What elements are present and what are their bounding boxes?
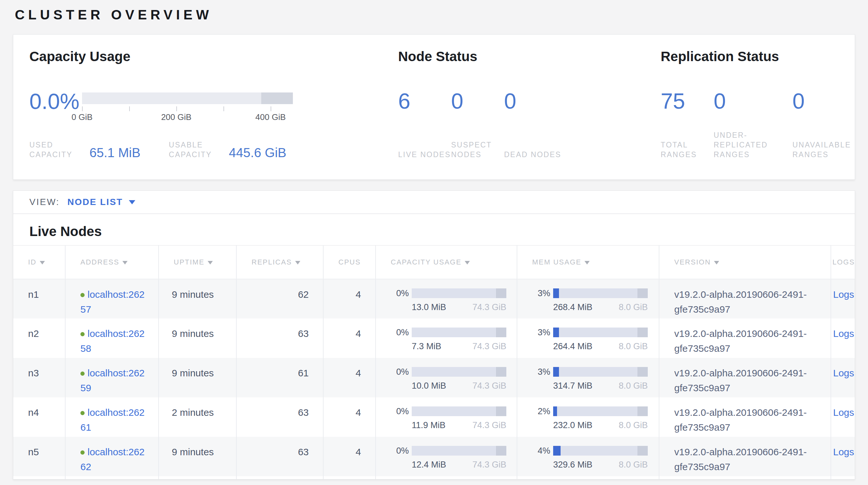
node-live-status-icon xyxy=(81,450,85,455)
node-uptime-cell: 9 minutes xyxy=(159,358,237,397)
mem-usage-bar-endcap xyxy=(638,288,648,298)
node-address-cell: localhost:26259 xyxy=(65,358,159,397)
node-cpus-cell: 4 xyxy=(323,358,376,397)
view-bar: VIEW: NODE LIST xyxy=(13,191,855,214)
node-address-link[interactable]: localhost:26262 xyxy=(81,447,145,472)
suspect-nodes-count: 0 xyxy=(451,90,504,112)
node-mem-usage-cell: 4% 329.6 MiB 8.0 GiB xyxy=(517,437,659,476)
total-ranges-label: TOTAL RANGES xyxy=(661,140,714,160)
mem-total-value: 8.0 GiB xyxy=(619,420,648,431)
node-uptime-cell: 9 minutes xyxy=(159,318,237,358)
mem-total-value: 8.0 GiB xyxy=(619,380,648,391)
capacity-total-value: 74.3 GiB xyxy=(472,459,506,470)
usable-capacity-stat: USABLE CAPACITY 445.6 GiB xyxy=(169,140,286,160)
node-uptime-cell: 2 minutes xyxy=(159,397,237,437)
node-cpus-cell: 4 xyxy=(323,279,376,318)
node-status-labels: LIVE NODES SUSPECT NODES DEAD NODES xyxy=(398,140,661,160)
replication-status-section: Replication Status 75 0 0 TOTAL RANGES U… xyxy=(661,49,838,179)
column-header-id[interactable]: ID xyxy=(13,246,65,279)
mem-usage-bar-fill xyxy=(553,446,561,456)
mem-usage-bar-fill xyxy=(553,327,559,337)
node-mem-usage-cell: 3% 268.4 MiB 8.0 GiB xyxy=(517,279,659,318)
capacity-usage-section: Capacity Usage 0.0% 0 GiB xyxy=(29,49,398,179)
table-row: n2 localhost:26258 9 minutes 63 4 0% xyxy=(13,318,855,358)
mem-percent: 2% xyxy=(532,406,550,416)
node-version-cell: v19.2.0-alpha.20190606-2491-gfe735c9a97 xyxy=(659,279,831,318)
logs-link[interactable]: Logs xyxy=(833,368,854,378)
capacity-stats: USED CAPACITY 65.1 MiB USABLE CAPACITY 4… xyxy=(29,140,398,160)
capacity-gauge: 0.0% 0 GiB 200 GiB 400 xyxy=(29,90,398,122)
logs-link[interactable]: Logs xyxy=(833,447,854,457)
capacity-used-value: 12.4 MiB xyxy=(412,459,446,470)
sort-desc-icon xyxy=(585,261,590,264)
mem-percent: 3% xyxy=(532,288,550,298)
node-cpus-cell: 4 xyxy=(323,437,376,476)
node-address-link[interactable]: localhost:26258 xyxy=(81,328,145,354)
node-version-cell: v19.2.0-alpha.20190606-2491-gfe735c9a97 xyxy=(659,318,831,358)
column-header-replicas[interactable]: REPLICAS xyxy=(237,246,323,279)
node-id-cell: n3 xyxy=(13,358,65,397)
sort-desc-icon xyxy=(40,261,45,264)
column-header-uptime[interactable]: UPTIME xyxy=(159,246,237,279)
node-address-cell: localhost:26257 xyxy=(65,279,159,318)
node-replicas-cell: 63 xyxy=(237,318,323,358)
node-address-cell: localhost:26258 xyxy=(65,318,159,358)
logs-link[interactable]: Logs xyxy=(833,407,854,418)
sort-desc-icon xyxy=(714,261,719,264)
used-capacity-value: 65.1 MiB xyxy=(89,146,141,160)
node-uptime-cell: 9 minutes xyxy=(159,437,237,476)
capacity-percent: 0% xyxy=(391,446,409,456)
node-version-cell: v19.2.0-alpha.20190606-2491-gfe735c9a97 xyxy=(659,397,831,437)
capacity-usage-bar xyxy=(412,288,506,298)
node-replicas-cell: 63 xyxy=(237,437,323,476)
node-id-cell: n5 xyxy=(13,437,65,476)
replication-status-heading: Replication Status xyxy=(661,49,838,64)
mem-total-value: 8.0 GiB xyxy=(619,341,648,352)
column-header-cpus: CPUS xyxy=(323,246,376,279)
node-live-status-icon xyxy=(81,293,85,297)
logs-link[interactable]: Logs xyxy=(833,289,854,300)
under-replicated-ranges-count: 0 xyxy=(714,90,793,112)
node-address-link[interactable]: localhost:26261 xyxy=(81,407,145,433)
usable-capacity-label: USABLE CAPACITY xyxy=(169,140,224,160)
capacity-percent: 0% xyxy=(391,406,409,416)
mem-used-value: 232.0 MiB xyxy=(553,420,593,431)
view-selected-value: NODE LIST xyxy=(67,197,123,207)
mem-usage-bar xyxy=(553,446,648,456)
logs-link[interactable]: Logs xyxy=(833,328,854,339)
node-id-cell: n4 xyxy=(13,397,65,437)
sort-desc-icon xyxy=(465,261,470,264)
live-nodes-tbody: n1 localhost:26257 9 minutes 62 4 0% xyxy=(13,279,855,480)
node-mem-usage-cell: 2% 232.0 MiB 8.0 GiB xyxy=(517,397,659,437)
tick-label: 200 GiB xyxy=(161,112,191,122)
sort-desc-icon xyxy=(122,261,128,264)
mem-usage-bar xyxy=(553,327,648,337)
live-nodes-table: ID ADDRESS UPTIME REPLICAS CPUS CAPACITY… xyxy=(13,245,855,480)
tick-mark xyxy=(176,106,177,111)
column-header-version[interactable]: VERSION xyxy=(659,246,831,279)
column-header-mem-usage[interactable]: MEM USAGE xyxy=(517,246,659,279)
node-replicas-cell: 63 xyxy=(237,397,323,437)
tick-label: 0 GiB xyxy=(71,112,92,122)
capacity-gauge-bar xyxy=(82,92,293,104)
node-address-link[interactable]: localhost:26257 xyxy=(81,289,145,315)
node-address-link[interactable]: localhost:26259 xyxy=(81,368,145,393)
capacity-usage-bar-endcap xyxy=(496,367,506,377)
column-header-capacity-usage[interactable]: CAPACITY USAGE xyxy=(376,246,517,279)
capacity-used-value: 13.0 MiB xyxy=(412,302,446,313)
under-replicated-ranges-label: UNDER-REPLICATED RANGES xyxy=(714,130,793,160)
capacity-percent: 0% xyxy=(391,327,409,337)
mem-total-value: 8.0 GiB xyxy=(619,302,648,313)
tick-mark xyxy=(82,106,83,111)
sort-desc-icon xyxy=(295,261,300,264)
capacity-usage-heading: Capacity Usage xyxy=(29,49,398,64)
capacity-usage-bar-endcap xyxy=(496,288,506,298)
capacity-usage-bar-endcap xyxy=(496,327,506,337)
column-header-address[interactable]: ADDRESS xyxy=(65,246,159,279)
tick-label: 400 GiB xyxy=(255,112,286,122)
unavailable-ranges-label: UNAVAILABLE RANGES xyxy=(793,140,851,160)
view-selector[interactable]: NODE LIST xyxy=(67,197,135,207)
node-replicas-cell: 62 xyxy=(237,279,323,318)
capacity-used-value: 11.9 MiB xyxy=(412,420,445,431)
capacity-gauge-endcap xyxy=(261,92,293,104)
